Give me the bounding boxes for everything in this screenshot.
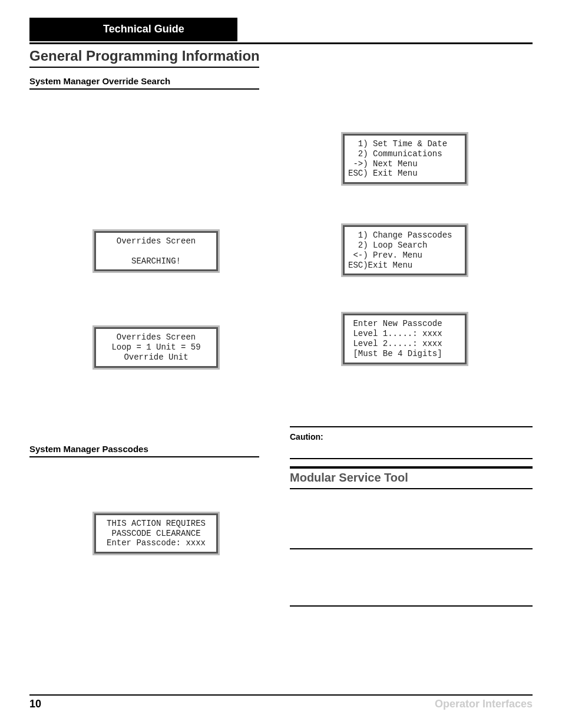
left-column: Overrides Screen SEARCHING! Overrides Sc… <box>29 95 272 607</box>
header-band: Technical Guide <box>29 18 533 41</box>
mst-top-rule <box>290 466 533 469</box>
lcd-passcode-clearance: THIS ACTION REQUIRES PASSCODE CLEARANCE … <box>94 513 218 554</box>
two-column-layout: Overrides Screen SEARCHING! Overrides Sc… <box>29 95 533 607</box>
lcd-menu-1: 1) Set Time & Date 2) Communications ->)… <box>343 134 467 184</box>
lcd-passcode-entry: Enter New Passcode Level 1.....: xxxx Le… <box>343 314 467 364</box>
page-footer: 10 Operator Interfaces <box>29 694 533 710</box>
lcd-overrides-unit: Overrides Screen Loop = 1 Unit = 59 Over… <box>94 327 218 367</box>
page-title-rule <box>29 67 259 68</box>
lcd-overrides-searching: Overrides Screen SEARCHING! <box>94 231 218 271</box>
caution-label: Caution: <box>290 432 533 442</box>
footer-right-label: Operator Interfaces <box>435 698 533 710</box>
right-lower-rule <box>290 605 533 607</box>
header-black-block <box>29 18 97 41</box>
lcd-menu-2: 1) Change Passcodes 2) Loop Search <-) P… <box>343 225 467 275</box>
right-column: 1) Set Time & Date 2) Communications ->)… <box>290 95 533 607</box>
caution-top-rule <box>290 426 533 427</box>
page-number: 10 <box>29 698 41 710</box>
footer-rule <box>29 694 533 696</box>
caution-bottom-rule <box>290 458 533 459</box>
header-rule <box>29 42 533 44</box>
header-title: Technical Guide <box>97 18 237 41</box>
subheading-override-search-rule <box>29 88 259 90</box>
modular-service-tool-heading: Modular Service Tool <box>290 471 533 485</box>
subheading-passcodes: System Manager Passcodes <box>29 444 272 454</box>
subheading-override-search: System Manager Override Search <box>29 76 533 86</box>
page-title: General Programming Information <box>29 48 533 67</box>
